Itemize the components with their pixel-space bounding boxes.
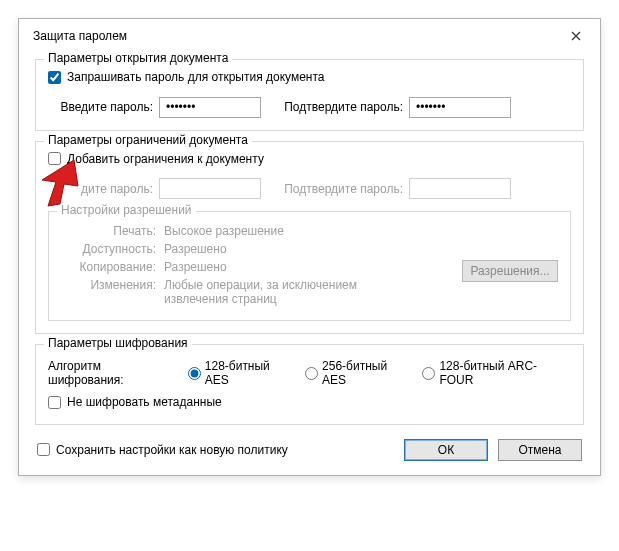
perm-copy-label: Копирование:: [61, 260, 156, 274]
add-restrictions-label: Добавить ограничения к документу: [67, 152, 264, 166]
restrict-enter-password-field: [159, 178, 261, 199]
perm-changes-value: Любые операции, за исключением извлечени…: [164, 278, 394, 306]
algo-option-1[interactable]: 128-битный AES: [188, 359, 297, 387]
algo-label-1: 128-битный AES: [205, 359, 297, 387]
permissions-subgroup: Настройки разрешений Печать: Высокое раз…: [48, 211, 571, 321]
perm-access-label: Доступность:: [61, 242, 156, 256]
password-protection-dialog: Защита паролем Параметры открытия докуме…: [18, 18, 601, 476]
encrypt-algo-row: Алгоритм шифрования: 128-битный AES 256-…: [48, 359, 571, 387]
save-policy-input[interactable]: [37, 443, 50, 456]
dialog-footer: Сохранить настройки как новую политику О…: [35, 435, 584, 463]
require-password-label: Запрашивать пароль для открытия документ…: [67, 70, 325, 84]
perm-changes-row: Изменения: Любые операции, за исключение…: [61, 278, 558, 306]
no-encrypt-metadata-input[interactable]: [48, 396, 61, 409]
ok-button[interactable]: ОК: [404, 439, 488, 461]
restrict-password-row: дите пароль: Подтвердите пароль:: [48, 178, 571, 199]
algo-label-2: 256-битный AES: [322, 359, 414, 387]
encrypt-algo-label: Алгоритм шифрования:: [48, 359, 180, 387]
add-restrictions-input[interactable]: [48, 152, 61, 165]
algo-radio-3[interactable]: [422, 367, 435, 380]
algo-radio-1[interactable]: [188, 367, 201, 380]
perm-copy-value: Разрешено: [164, 260, 227, 274]
perm-access-row: Доступность: Разрешено: [61, 242, 558, 256]
algo-option-3[interactable]: 128-битный ARC-FOUR: [422, 359, 571, 387]
close-icon: [571, 31, 581, 41]
permissions-legend: Настройки разрешений: [57, 203, 196, 217]
no-encrypt-metadata-checkbox[interactable]: Не шифровать метаданные: [48, 395, 222, 409]
restrict-enter-password-label: дите пароль:: [48, 182, 153, 196]
perm-print-value: Высокое разрешение: [164, 224, 284, 238]
perm-changes-label: Изменения:: [61, 278, 156, 292]
open-password-row: Введите пароль: Подтвердите пароль:: [48, 97, 571, 118]
perm-print-row: Печать: Высокое разрешение: [61, 224, 558, 238]
algo-option-2[interactable]: 256-битный AES: [305, 359, 414, 387]
enter-password-field[interactable]: [159, 97, 261, 118]
require-password-input[interactable]: [48, 71, 61, 84]
open-params-group: Параметры открытия документа Запрашивать…: [35, 59, 584, 131]
no-encrypt-metadata-label: Не шифровать метаданные: [67, 395, 222, 409]
restrict-confirm-password-field: [409, 178, 511, 199]
confirm-password-field[interactable]: [409, 97, 511, 118]
add-restrictions-checkbox[interactable]: Добавить ограничения к документу: [48, 152, 264, 166]
require-password-checkbox[interactable]: Запрашивать пароль для открытия документ…: [48, 70, 325, 84]
confirm-password-label: Подтвердите пароль:: [273, 100, 403, 114]
save-policy-label: Сохранить настройки как новую политику: [56, 443, 288, 457]
enter-password-label: Введите пароль:: [48, 100, 153, 114]
titlebar: Защита паролем: [19, 19, 600, 51]
restrict-params-legend: Параметры ограничений документа: [44, 133, 252, 147]
perm-print-label: Печать:: [61, 224, 156, 238]
algo-radio-2[interactable]: [305, 367, 318, 380]
cancel-button[interactable]: Отмена: [498, 439, 582, 461]
dialog-title: Защита паролем: [33, 29, 127, 43]
close-button[interactable]: [562, 25, 590, 47]
restrict-params-group: Параметры ограничений документа Добавить…: [35, 141, 584, 335]
permissions-button: Разрешения...: [462, 260, 558, 282]
restrict-confirm-password-label: Подтвердите пароль:: [273, 182, 403, 196]
perm-access-value: Разрешено: [164, 242, 227, 256]
encrypt-group: Параметры шифрования Алгоритм шифрования…: [35, 344, 584, 425]
encrypt-legend: Параметры шифрования: [44, 336, 192, 350]
open-params-legend: Параметры открытия документа: [44, 51, 232, 65]
algo-label-3: 128-битный ARC-FOUR: [439, 359, 571, 387]
save-policy-checkbox[interactable]: Сохранить настройки как новую политику: [37, 443, 288, 457]
